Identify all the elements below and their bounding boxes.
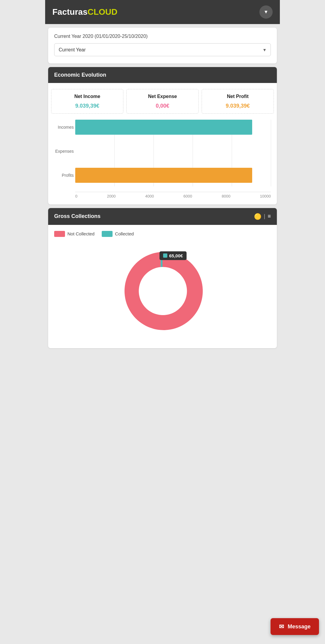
net-income-label: Net Income [54,94,120,100]
list-view-icon[interactable]: ≡ [268,213,271,219]
bar-row-expenses: Expenses [75,144,271,159]
app-header: FacturasCLOUD ▼ [45,0,280,24]
x-label-8000: 8000 [222,194,231,198]
chevron-down-icon: ▼ [264,9,268,15]
net-expense-box: Net Expense 0,00€ [126,89,199,114]
not-collected-label: Not Collected [67,231,94,236]
net-income-box: Net Income 9.039,39€ [51,89,123,114]
bar-row-profits: Profits [75,168,271,183]
economic-evolution-header: Economic Evolution [48,67,277,83]
bar-track-profits [75,168,271,183]
gross-collections-card: Gross Collections 🟡 | ≡ Not Collected Co… [48,208,277,348]
metrics-row: Net Income 9.039,39€ Net Expense 0,00€ N… [48,83,277,117]
app-logo: FacturasCLOUD [52,7,117,17]
economic-evolution-title: Economic Evolution [54,72,106,78]
tooltip-swatch [163,253,167,258]
bar-row-incomes: Incomes [75,120,271,135]
bar-track-expenses [75,144,271,159]
donut-tooltip: 65,00€ [159,251,187,260]
legend-collected: Collected [102,231,134,237]
x-label-10000: 10000 [260,194,271,198]
x-label-2000: 2000 [107,194,116,198]
net-profit-label: Net Profit [205,94,271,100]
net-income-value: 9.039,39€ [54,103,120,109]
x-label-4000: 4000 [145,194,154,198]
section-icon-group: 🟡 | ≡ [254,213,271,220]
collected-swatch [102,231,113,237]
bar-chart-container: Incomes Expenses Profits [48,117,277,204]
x-label-6000: 6000 [184,194,192,198]
gross-collections-title: Gross Collections [54,213,101,219]
bar-label-profits: Profits [53,173,74,178]
net-profit-box: Net Profit 9.039,39€ [202,89,274,114]
legend-not-collected: Not Collected [54,231,94,237]
bar-label-expenses: Expenses [53,149,74,154]
donut-center [139,268,186,314]
donut-svg-wrapper: 65,00€ [114,243,211,339]
logo-facturas: Facturas [52,7,88,17]
not-collected-swatch [54,231,65,237]
bar-track-incomes [75,120,271,135]
bar-fill-profits [75,168,252,183]
gross-collections-header: Gross Collections 🟡 | ≡ [48,208,277,225]
x-label-0: 0 [75,194,77,198]
pie-chart-icon[interactable]: 🟡 [254,213,262,220]
date-range-select[interactable]: Current Year Last Year Custom Range [54,43,271,56]
header-menu-button[interactable]: ▼ [259,5,273,19]
divider-icon: | [264,213,265,219]
date-select-wrapper: Current Year Last Year Custom Range ▼ [54,43,271,56]
bar-label-incomes: Incomes [53,125,74,130]
net-profit-value: 9.039,39€ [205,103,271,109]
legend-row: Not Collected Collected [48,225,277,240]
net-expense-label: Net Expense [130,94,195,100]
net-expense-value: 0,00€ [130,103,195,109]
date-filter-card: Current Year 2020 (01/01/2020-25/10/2020… [48,28,277,63]
collected-label: Collected [115,231,134,236]
bar-fill-incomes [75,120,252,135]
logo-cloud: CLOUD [88,7,118,17]
tooltip-value: 65,00€ [169,253,183,258]
donut-chart-container: 65,00€ [48,240,277,348]
economic-evolution-card: Economic Evolution Net Income 9.039,39€ … [48,67,277,204]
x-axis: 0 2000 4000 6000 8000 10000 [75,192,271,198]
date-range-label: Current Year 2020 (01/01/2020-25/10/2020… [54,34,271,39]
